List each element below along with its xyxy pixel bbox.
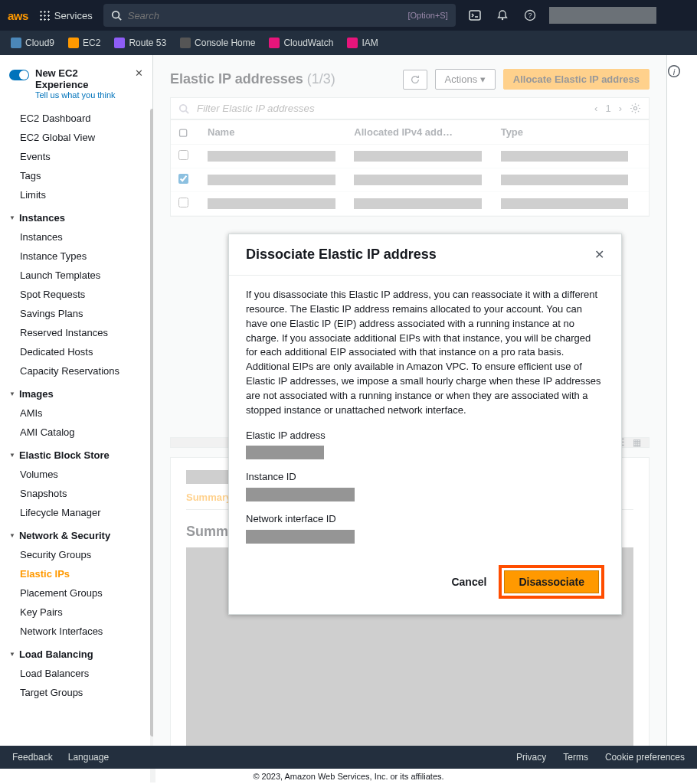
nav-item[interactable]: Key Pairs bbox=[0, 603, 152, 622]
nav-item[interactable]: Instances bbox=[0, 227, 152, 247]
svg-point-3 bbox=[502, 18, 503, 20]
row-checkbox[interactable] bbox=[178, 198, 188, 207]
nav-item[interactable]: Launch Templates bbox=[0, 266, 152, 285]
column-allocated-ipv4[interactable]: Allocated IPv4 add… bbox=[348, 126, 494, 138]
nav-section-header[interactable]: Instances bbox=[0, 204, 152, 227]
account-menu[interactable] bbox=[549, 7, 656, 24]
iam-icon bbox=[347, 38, 358, 48]
nav-section-header[interactable]: Network & Security bbox=[0, 522, 152, 545]
table-row[interactable] bbox=[171, 145, 649, 168]
nav-item[interactable]: Events bbox=[0, 147, 152, 166]
aws-logo[interactable]: aws bbox=[8, 9, 28, 22]
svg-text:i: i bbox=[673, 67, 676, 77]
search-input[interactable] bbox=[128, 10, 402, 21]
fav-cloudwatch[interactable]: CloudWatch bbox=[269, 38, 333, 48]
value-eni-id bbox=[246, 530, 355, 544]
nav-section-header[interactable]: Load Balancing bbox=[0, 641, 152, 664]
nav-item[interactable]: Savings Plans bbox=[0, 304, 152, 323]
modal-description: If you disassociate this Elastic IP addr… bbox=[246, 288, 604, 418]
refresh-button[interactable] bbox=[403, 70, 427, 90]
fav-label: Cloud9 bbox=[25, 38, 54, 48]
nav-item[interactable]: Reserved Instances bbox=[0, 323, 152, 342]
nav-item[interactable]: Capacity Reservations bbox=[0, 361, 152, 381]
nav-section-header[interactable]: Elastic Block Store bbox=[0, 442, 152, 465]
privacy-link[interactable]: Privacy bbox=[516, 752, 546, 763]
cloudwatch-icon bbox=[269, 38, 280, 48]
language-link[interactable]: Language bbox=[68, 752, 109, 763]
svg-text:?: ? bbox=[528, 11, 532, 19]
services-menu[interactable]: Services bbox=[39, 10, 93, 21]
nav-item[interactable]: Snapshots bbox=[0, 484, 152, 503]
favorites-bar: Cloud9 EC2 Route 53 Console Home CloudWa… bbox=[0, 31, 697, 55]
allocate-eip-button[interactable]: Allocate Elastic IP address bbox=[503, 69, 650, 90]
fav-cloud9[interactable]: Cloud9 bbox=[11, 38, 54, 48]
bell-icon[interactable] bbox=[494, 7, 511, 24]
page-title: Elastic IP addresses (1/3) bbox=[170, 71, 335, 87]
fav-console-home[interactable]: Console Home bbox=[180, 38, 255, 48]
sidebar: New EC2 Experience Tell us what you thin… bbox=[0, 55, 153, 749]
grid-icon bbox=[39, 10, 50, 21]
terms-link[interactable]: Terms bbox=[563, 752, 588, 763]
nav-item[interactable]: AMI Catalog bbox=[0, 423, 152, 442]
close-icon[interactable]: ✕ bbox=[594, 247, 604, 262]
ec2-icon bbox=[68, 38, 79, 48]
nav-item[interactable]: EC2 Global View bbox=[0, 128, 152, 147]
nav-item[interactable]: Target Groups bbox=[0, 683, 152, 702]
nav-item[interactable]: Limits bbox=[0, 185, 152, 204]
select-all-checkbox[interactable]: ▢ bbox=[178, 126, 201, 138]
cancel-button[interactable]: Cancel bbox=[451, 576, 486, 588]
services-label: Services bbox=[54, 10, 93, 21]
search-box[interactable]: [Option+S] bbox=[103, 4, 456, 27]
nav-item[interactable]: Volumes bbox=[0, 465, 152, 484]
table-row[interactable] bbox=[171, 192, 649, 216]
svg-point-0 bbox=[112, 11, 119, 18]
nav-item[interactable]: Network Interfaces bbox=[0, 622, 152, 641]
filter-input[interactable] bbox=[197, 103, 587, 114]
nav-item[interactable]: Placement Groups bbox=[0, 583, 152, 603]
nav-item[interactable]: Spot Requests bbox=[0, 285, 152, 304]
nav-item[interactable]: Tags bbox=[0, 166, 152, 185]
settings-icon[interactable] bbox=[630, 103, 641, 114]
fav-ec2[interactable]: EC2 bbox=[68, 38, 100, 48]
nav-item[interactable]: Elastic IPs bbox=[0, 564, 152, 583]
nav-item[interactable]: EC2 Dashboard bbox=[0, 109, 152, 128]
feedback-link[interactable]: Feedback bbox=[12, 752, 53, 763]
nav-item[interactable]: Load Balancers bbox=[0, 664, 152, 683]
row-checkbox[interactable] bbox=[178, 150, 188, 160]
search-icon bbox=[178, 103, 189, 114]
info-icon[interactable]: i bbox=[667, 64, 697, 78]
fav-route53[interactable]: Route 53 bbox=[114, 38, 166, 48]
nav-item[interactable]: AMIs bbox=[0, 403, 152, 423]
console-footer: Feedback Language Privacy Terms Cookie p… bbox=[0, 746, 697, 769]
prev-page[interactable]: ‹ bbox=[594, 103, 597, 114]
search-shortcut: [Option+S] bbox=[407, 11, 447, 20]
new-exp-feedback-link[interactable]: Tell us what you think bbox=[35, 90, 129, 100]
value-eip bbox=[246, 446, 324, 459]
modal-title: Dissociate Elastic IP address bbox=[246, 247, 437, 263]
new-experience-toggle[interactable] bbox=[9, 70, 29, 80]
actions-dropdown[interactable]: Actions ▾ bbox=[435, 69, 496, 90]
next-page[interactable]: › bbox=[619, 103, 622, 114]
layout-grid-icon[interactable]: ▦ bbox=[633, 437, 641, 448]
new-experience-banner: New EC2 Experience Tell us what you thin… bbox=[0, 64, 152, 109]
nav-section-header[interactable]: Images bbox=[0, 381, 152, 403]
column-name[interactable]: Name bbox=[201, 126, 348, 138]
help-icon[interactable]: ? bbox=[522, 7, 538, 24]
table-row[interactable] bbox=[171, 168, 649, 192]
nav-item[interactable]: Instance Types bbox=[0, 247, 152, 266]
row-checkbox[interactable] bbox=[178, 174, 188, 184]
column-type[interactable]: Type bbox=[495, 126, 641, 138]
nav-item[interactable]: Dedicated Hosts bbox=[0, 342, 152, 361]
fav-label: Route 53 bbox=[129, 38, 166, 48]
nav-item[interactable]: Lifecycle Manager bbox=[0, 503, 152, 522]
fav-iam[interactable]: IAM bbox=[347, 38, 378, 48]
disassociate-button[interactable]: Disassociate bbox=[504, 570, 599, 593]
cloudshell-icon[interactable] bbox=[466, 7, 483, 24]
close-icon[interactable]: ✕ bbox=[135, 67, 143, 79]
cookie-link[interactable]: Cookie preferences bbox=[605, 752, 685, 763]
svg-point-8 bbox=[633, 106, 636, 109]
value-instance-id bbox=[246, 488, 355, 501]
global-nav: aws Services [Option+S] ? bbox=[0, 0, 697, 31]
fav-label: EC2 bbox=[83, 38, 100, 48]
nav-item[interactable]: Security Groups bbox=[0, 545, 152, 564]
